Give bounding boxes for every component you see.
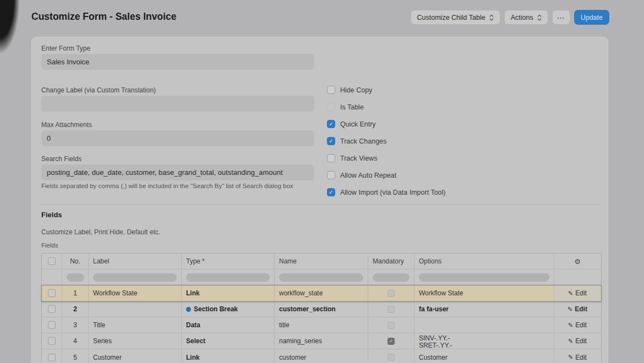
max-attachments-field-group: Max Attachments 0 [41, 122, 314, 146]
row-type: Select [182, 333, 275, 349]
page-title: Customize Form - Sales Invoice [31, 11, 177, 23]
row-name: customer_section [275, 301, 368, 317]
row-options: Customer [414, 349, 554, 363]
more-options-button[interactable]: ⋯ [552, 10, 570, 25]
fields-grid-label: Fields [41, 242, 58, 249]
filter-input-label[interactable] [93, 273, 177, 282]
row-name: naming_series [275, 333, 368, 349]
grid-row-customer-section[interactable]: 2 Section Break customer_section fa fa-u… [42, 301, 601, 317]
customize-child-table-button[interactable]: Customize Child Table [411, 10, 500, 25]
edit-row-button[interactable]: Edit [568, 289, 587, 297]
change-label-label: Change Label (via Custom Translation) [41, 87, 314, 94]
row-checkbox[interactable] [48, 289, 56, 297]
filter-input-options[interactable] [419, 273, 549, 282]
toolbar: Customize Child Table Actions ⋯ Update [411, 10, 609, 25]
row-label: Title [89, 317, 182, 333]
search-fields-field-group: Search Fields posting_date, due_date, cu… [41, 156, 314, 180]
column-header-type: Type * [182, 254, 275, 269]
column-header-label: Label [89, 254, 182, 269]
options-checkbox-column: Hide Copy Is Table Quick Entry Track Cha… [327, 86, 446, 205]
checkbox-allow-auto-repeat[interactable]: Allow Auto Repeat [327, 171, 446, 179]
filter-input-name[interactable] [279, 273, 363, 282]
edit-row-button[interactable]: Edit [568, 337, 587, 345]
row-options: SINV-.YY.- SRET-.YY.- [414, 333, 554, 349]
more-options-icon: ⋯ [557, 13, 565, 22]
screen-corner-artifact [0, 0, 23, 73]
row-name: customer [275, 349, 368, 363]
checkbox-icon[interactable] [327, 154, 335, 162]
mandatory-checkbox[interactable] [388, 290, 395, 297]
grid-row-workflow-state[interactable]: 1 Workflow State Link workflow_state Wor… [42, 285, 601, 301]
checkbox-track-changes[interactable]: Track Changes [327, 137, 446, 145]
grid-row-customer[interactable]: 5 Customer Link customer Customer Edit [42, 349, 601, 363]
checkbox-track-views[interactable]: Track Views [327, 154, 446, 162]
actions-button[interactable]: Actions [504, 10, 548, 25]
checkbox-icon-disabled [327, 103, 335, 111]
checkbox-checked-icon[interactable] [327, 120, 335, 128]
grid-settings-gear-icon[interactable] [574, 257, 581, 266]
mandatory-checkbox[interactable] [388, 322, 395, 329]
row-label [89, 301, 182, 317]
row-options [414, 317, 554, 333]
row-checkbox[interactable] [48, 305, 56, 313]
grid-row-title[interactable]: 3 Title Data title Edit [42, 317, 601, 333]
grid-filter-row [42, 270, 601, 285]
max-attachments-label: Max Attachments [41, 122, 314, 129]
row-checkbox[interactable] [48, 337, 56, 345]
filter-input-type[interactable] [186, 273, 270, 282]
search-fields-input[interactable]: posting_date, due_date, customer, base_g… [41, 164, 314, 180]
search-fields-help-text: Fields separated by comma (,) will be in… [41, 183, 293, 189]
row-label: Series [89, 333, 182, 349]
change-label-field-group: Change Label (via Custom Translation) [41, 87, 314, 112]
row-label: Workflow State [89, 285, 182, 301]
section-break-dot-icon [186, 307, 191, 312]
grid-row-series[interactable]: 4 Series Select naming_series SINV-.YY.-… [42, 333, 601, 349]
edit-row-button[interactable]: Edit [567, 305, 587, 313]
row-no: 1 [62, 285, 89, 301]
column-header-mandatory: Mandatory [368, 254, 414, 269]
row-checkbox[interactable] [48, 321, 56, 329]
section-divider [41, 204, 599, 205]
checkbox-hide-copy[interactable]: Hide Copy [327, 86, 446, 94]
update-button[interactable]: Update [574, 10, 609, 25]
select-all-checkbox[interactable] [48, 257, 56, 265]
actions-label: Actions [511, 14, 533, 21]
row-type: Section Break [182, 301, 275, 317]
checkbox-checked-icon[interactable] [327, 188, 335, 196]
filter-input-no[interactable] [67, 273, 84, 282]
checkbox-allow-import[interactable]: Allow Import (via Data Import Tool) [327, 188, 446, 196]
row-no: 3 [62, 317, 89, 333]
mandatory-checkbox-checked[interactable] [388, 338, 395, 345]
row-name: workflow_state [275, 285, 368, 301]
customize-child-table-label: Customize Child Table [417, 14, 485, 21]
column-header-name: Name [275, 254, 368, 269]
grid-header-row: No. Label Type * Name Mandatory Options [42, 254, 601, 270]
checkbox-quick-entry[interactable]: Quick Entry [327, 120, 446, 128]
search-fields-label: Search Fields [41, 156, 314, 163]
column-header-no: No. [62, 254, 89, 269]
select-chevrons-icon [537, 14, 542, 21]
form-type-input[interactable]: Sales Invoice [41, 54, 314, 70]
row-checkbox[interactable] [48, 354, 56, 361]
checkbox-icon[interactable] [327, 86, 335, 94]
select-chevrons-icon [489, 14, 494, 21]
change-label-input[interactable] [41, 96, 314, 112]
mandatory-checkbox[interactable] [388, 354, 395, 361]
mandatory-checkbox[interactable] [388, 306, 395, 313]
fields-grid: No. Label Type * Name Mandatory Options … [41, 253, 602, 363]
row-no: 5 [62, 349, 89, 363]
fields-section-heading: Fields [41, 211, 62, 219]
fields-section-description: Customize Label, Print Hide, Default etc… [41, 228, 160, 236]
row-label: Customer [89, 349, 182, 363]
row-no: 2 [62, 301, 89, 317]
row-no: 4 [62, 333, 89, 349]
edit-row-button[interactable]: Edit [568, 354, 587, 361]
column-header-options: Options [414, 254, 554, 269]
filter-input-mandatory[interactable] [373, 273, 410, 282]
row-type: Data [182, 317, 275, 333]
customize-form-card: Enter Form Type Sales Invoice Change Lab… [31, 37, 608, 363]
checkbox-icon[interactable] [327, 171, 335, 179]
checkbox-checked-icon[interactable] [327, 137, 335, 145]
edit-row-button[interactable]: Edit [568, 321, 587, 329]
max-attachments-input[interactable]: 0 [41, 130, 314, 146]
